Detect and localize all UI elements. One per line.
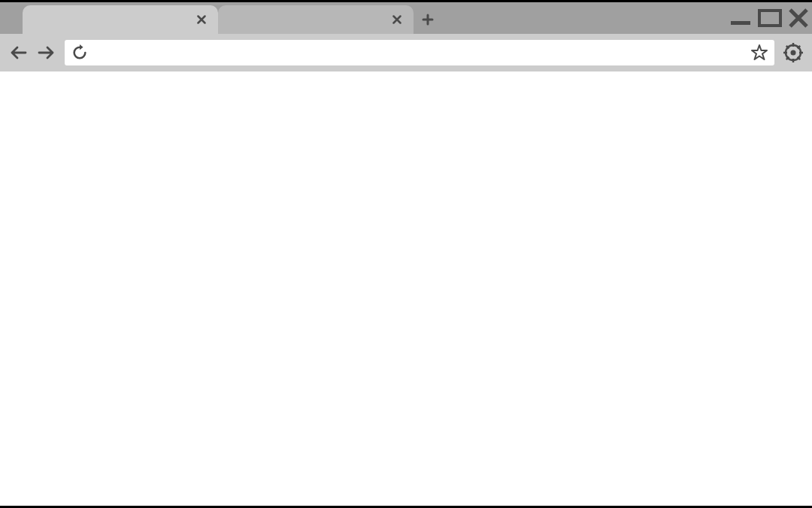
close-icon [392,15,401,24]
settings-button[interactable] [782,41,804,64]
new-tab-button[interactable] [417,5,439,34]
svg-rect-0 [731,21,750,25]
toolbar [0,34,812,71]
minimize-icon [729,11,752,26]
tab-active[interactable] [23,5,218,34]
browser-window [0,2,812,506]
bookmark-button[interactable] [749,42,770,63]
star-icon [750,44,768,62]
svg-point-3 [791,50,796,56]
url-input[interactable] [90,47,749,59]
minimize-button[interactable] [729,11,752,26]
maximize-icon [758,9,782,27]
tab-bar [0,2,812,34]
forward-arrow-icon [36,43,56,62]
page-content [0,71,812,506]
back-arrow-icon [9,43,29,62]
reload-button[interactable] [69,42,90,63]
svg-rect-1 [759,11,780,26]
address-bar [65,40,774,65]
window-controls [729,2,812,34]
back-button[interactable] [8,41,30,64]
close-window-button[interactable] [788,8,809,29]
reload-icon [71,44,88,61]
close-window-icon [788,8,809,29]
close-icon [197,15,206,24]
gear-icon [783,43,803,62]
tab-close-button[interactable] [391,14,403,26]
plus-icon [422,14,434,26]
forward-button[interactable] [35,41,57,64]
tab-inactive[interactable] [218,5,414,34]
tab-close-button[interactable] [195,14,208,26]
maximize-button[interactable] [758,9,782,27]
